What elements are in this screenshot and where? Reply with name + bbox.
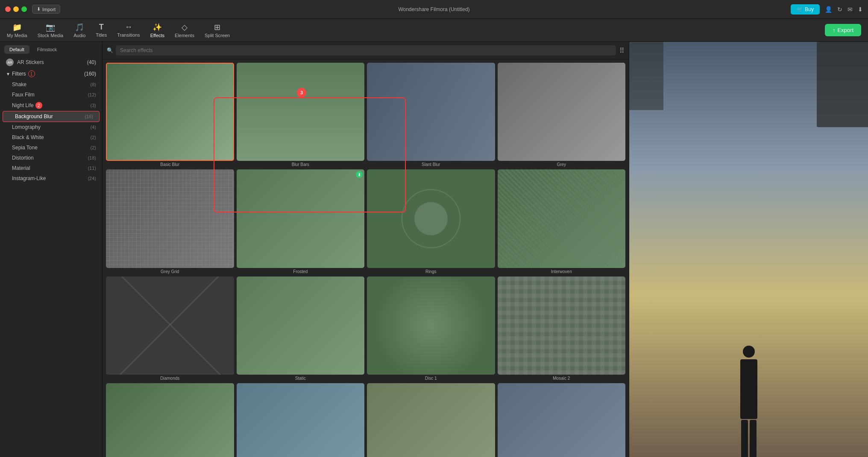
effect-thumb-rings xyxy=(367,169,495,268)
my-media-icon: 📁 xyxy=(12,23,22,32)
mail-icon[interactable]: ✉ xyxy=(847,6,853,13)
sidebar-item-shake[interactable]: Shake (8) xyxy=(0,79,102,90)
traffic-lights xyxy=(5,6,27,12)
preview-panel: ⏮ ⏪ ▶ ⏹ 00:00:00:19 / 1/2 ⊡ 📷 🔊 ⛶ xyxy=(629,42,868,457)
cart-icon: 🛒 xyxy=(797,6,803,12)
effects-grid: Basic Blur Blur Bars Slant Blur Grey Gre… xyxy=(103,59,629,457)
toolbar-item-split-screen[interactable]: ⊞ Split Screen xyxy=(205,23,230,38)
ar-stickers-icon: AR xyxy=(6,58,14,66)
export-icon: ↑ xyxy=(833,27,836,33)
effect-row4-2[interactable] xyxy=(237,383,365,457)
effect-slant-blur[interactable]: Slant Blur xyxy=(367,63,495,167)
sidebar-list: AR AR Stickers (40) ▼ Filters 1 (160) Sh… xyxy=(0,54,102,186)
effects-panel: 3 🔍 ⠿ ‹ Basic Blur Blur Bars Slant Blu xyxy=(103,42,629,457)
effect-thumb-slant-blur xyxy=(367,63,495,161)
import-button[interactable]: ⬇ Import xyxy=(32,5,60,14)
effect-thumb-mosaic xyxy=(498,277,626,375)
effect-blur-bars[interactable]: Blur Bars xyxy=(237,63,365,167)
sidebar-item-material[interactable]: Material (11) xyxy=(0,163,102,173)
arrow-down-icon: ▼ xyxy=(6,72,10,76)
background-structure xyxy=(817,42,868,127)
titlebar-right: 🛒 Buy 👤 ↻ ✉ ⬇ xyxy=(791,4,863,15)
sidebar-group-filters[interactable]: ▼ Filters 1 (160) xyxy=(0,68,102,79)
preview-video-background xyxy=(629,42,868,457)
effect-interwoven[interactable]: Interwoven xyxy=(498,169,626,274)
titlebar: ⬇ Import Wondershare Filmora (Untitled) … xyxy=(0,0,868,19)
step-3-badge: 3 xyxy=(297,88,306,97)
sidebar-item-background-blur[interactable]: Background Blur (16) xyxy=(3,111,100,122)
sidebar-item-faux-film[interactable]: Faux Film (12) xyxy=(0,90,102,100)
effects-icon: ✨ xyxy=(152,23,162,32)
elements-icon: ◇ xyxy=(182,23,188,32)
toolbar: 📁 My Media 📷 Stock Media 🎵 Audio T Title… xyxy=(0,19,868,42)
grid-view-icon[interactable]: ⠿ xyxy=(619,47,625,55)
sidebar-item-sepia-tone[interactable]: Sepia Tone (2) xyxy=(0,143,102,153)
search-icon: 🔍 xyxy=(107,47,113,53)
user-icon[interactable]: 👤 xyxy=(825,6,832,13)
toolbar-item-titles[interactable]: T Titles xyxy=(96,23,107,38)
transitions-icon: ↔ xyxy=(125,23,132,32)
add-frosted-icon: ⬇ xyxy=(356,171,363,178)
toolbar-item-stock-media[interactable]: 📷 Stock Media xyxy=(38,23,64,38)
effect-thumb-static xyxy=(237,277,365,375)
panels-area: Default Filmstock AR AR Stickers (40) ▼ … xyxy=(0,42,868,457)
toolbar-item-audio[interactable]: 🎵 Audio xyxy=(73,23,85,38)
effect-row4-4[interactable] xyxy=(498,383,626,457)
toolbar-item-elements[interactable]: ◇ Elements xyxy=(175,23,194,38)
sidebar-item-instagram-like[interactable]: Instagram-Like (24) xyxy=(0,173,102,183)
sidebar-tabs: Default Filmstock xyxy=(0,42,102,54)
effect-thumb-frosted: ⬇ xyxy=(237,169,365,268)
effect-thumb-row4-3 xyxy=(367,383,495,457)
effect-thumb-grey xyxy=(498,63,626,161)
effect-thumb-diamonds xyxy=(106,277,234,375)
effect-thumb-row4-4 xyxy=(498,383,626,457)
stock-media-icon: 📷 xyxy=(46,23,55,32)
buy-button[interactable]: 🛒 Buy xyxy=(791,4,820,15)
effect-thumb-disc xyxy=(367,277,495,375)
effect-thumb-interwoven xyxy=(498,169,626,268)
import-icon: ⬇ xyxy=(37,6,41,12)
refresh-icon[interactable]: ↻ xyxy=(837,6,842,13)
minimize-button[interactable] xyxy=(13,6,19,12)
effect-thumb-row4-2 xyxy=(237,383,365,457)
effect-thumb-blur-bars xyxy=(237,63,365,161)
filters-badge: 1 xyxy=(28,70,35,77)
effect-thumb-row4-1 xyxy=(106,383,234,457)
sidebar-item-distortion[interactable]: Distortion (18) xyxy=(0,153,102,163)
effect-grey-grid[interactable]: Grey Grid xyxy=(106,169,234,274)
search-input[interactable] xyxy=(116,45,616,55)
effect-disc-1[interactable]: Disc 1 xyxy=(367,277,495,381)
effect-thumb-basic-blur xyxy=(106,63,234,161)
effect-mosaic-2[interactable]: Mosaic 2 xyxy=(498,277,626,381)
tab-default[interactable]: Default xyxy=(4,45,29,54)
window-title: Wondershare Filmora (Untitled) xyxy=(398,6,469,12)
audio-icon: 🎵 xyxy=(75,23,84,32)
titles-icon: T xyxy=(99,23,104,32)
toolbar-item-transitions[interactable]: ↔ Transitions xyxy=(117,23,140,38)
effects-search-bar: 🔍 ⠿ xyxy=(103,42,629,59)
download-icon[interactable]: ⬇ xyxy=(858,6,863,13)
effect-diamonds[interactable]: Diamonds xyxy=(106,277,234,381)
sidebar: Default Filmstock AR AR Stickers (40) ▼ … xyxy=(0,42,103,457)
sidebar-item-ar-stickers[interactable]: AR AR Stickers (40) xyxy=(0,56,102,68)
effect-grey[interactable]: Grey xyxy=(498,63,626,167)
toolbar-item-my-media[interactable]: 📁 My Media xyxy=(7,23,27,38)
effect-static[interactable]: Static xyxy=(237,277,365,381)
effect-thumb-grey-grid xyxy=(106,169,234,268)
maximize-button[interactable] xyxy=(21,6,27,12)
toolbar-item-effects[interactable]: ✨ Effects xyxy=(150,23,164,38)
background-left xyxy=(629,42,663,110)
preview-video xyxy=(629,42,868,457)
export-button[interactable]: ↑ Export xyxy=(825,24,861,36)
sidebar-item-lomography[interactable]: Lomography (4) xyxy=(0,122,102,132)
sidebar-item-black-white[interactable]: Black & White (2) xyxy=(0,132,102,143)
sidebar-item-night-life[interactable]: Night Life 2 (3) xyxy=(0,100,102,111)
close-button[interactable] xyxy=(5,6,11,12)
effect-rings[interactable]: Rings xyxy=(367,169,495,274)
split-screen-icon: ⊞ xyxy=(214,23,220,32)
effect-row4-1[interactable] xyxy=(106,383,234,457)
effect-row4-3[interactable] xyxy=(367,383,495,457)
effect-frosted[interactable]: ⬇ Frosted xyxy=(237,169,365,274)
tab-filmstock[interactable]: Filmstock xyxy=(32,45,62,54)
effect-basic-blur[interactable]: Basic Blur xyxy=(106,63,234,167)
